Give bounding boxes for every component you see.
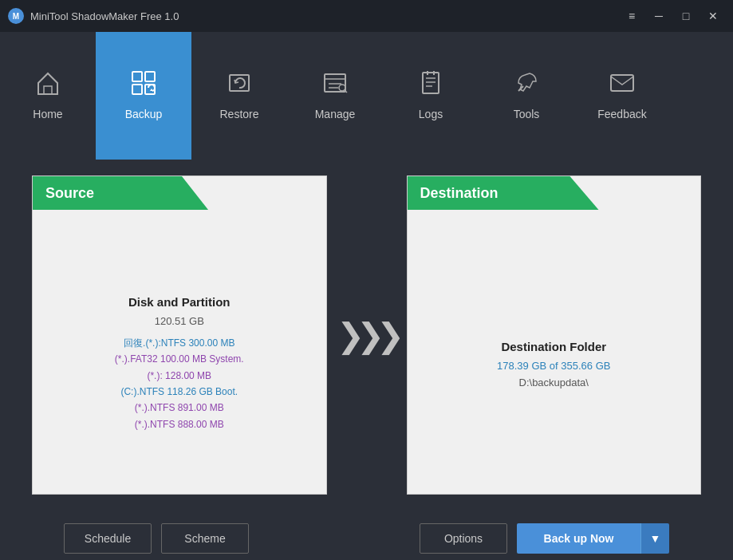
nav-label-logs: Logs — [419, 108, 443, 120]
nav-label-home: Home — [33, 108, 62, 120]
svg-rect-2 — [44, 86, 52, 94]
nav-label-tools: Tools — [514, 108, 540, 120]
source-panel[interactable]: Source Disk and Partition 120.51 GB 回復.(… — [32, 175, 327, 495]
main-content: Source Disk and Partition 120.51 GB 回復.(… — [0, 160, 733, 560]
bottom-bar: Schedule Scheme Options Back up Now ▼ — [32, 511, 701, 560]
nav-item-manage[interactable]: Manage — [287, 32, 383, 160]
menu-button[interactable]: ≡ — [620, 6, 644, 26]
nav-label-feedback: Feedback — [597, 108, 646, 120]
nav-label-manage: Manage — [315, 108, 356, 120]
nav-item-home[interactable]: Home — [0, 32, 96, 160]
nav-label-backup: Backup — [125, 108, 163, 120]
destination-header: Destination — [408, 176, 599, 210]
window-controls: ≡ ─ □ ✕ — [620, 6, 725, 26]
destination-body: Destination Folder 178.39 GB of 355.66 G… — [408, 210, 701, 494]
manage-icon — [321, 69, 349, 101]
minimize-button[interactable]: ─ — [647, 6, 671, 26]
bottom-right: Options Back up Now ▼ — [420, 523, 669, 554]
partition-2: (*.): 128.00 MB — [115, 368, 244, 384]
panels-row: Source Disk and Partition 120.51 GB 回復.(… — [32, 175, 701, 495]
arrow-chevrons: ❯❯❯ — [337, 316, 396, 355]
svg-text:M: M — [13, 12, 19, 21]
scheme-button[interactable]: Scheme — [161, 523, 249, 554]
restore-icon — [225, 69, 254, 101]
source-header: Source — [33, 176, 208, 210]
home-icon — [33, 69, 62, 101]
backup-button-group: Back up Now ▼ — [517, 523, 669, 554]
title-bar-left: M MiniTool ShadowMaker Free 1.0 — [8, 8, 179, 24]
schedule-button[interactable]: Schedule — [64, 523, 152, 554]
source-header-text: Source — [45, 185, 94, 202]
app-icon: M — [8, 8, 24, 24]
backup-now-button[interactable]: Back up Now — [517, 523, 640, 554]
close-button[interactable]: ✕ — [701, 6, 725, 26]
arrow-area: ❯❯❯ — [327, 316, 407, 355]
svg-point-12 — [339, 85, 345, 91]
partition-0: 回復.(*.):NTFS 300.00 MB — [115, 335, 244, 351]
svg-rect-4 — [145, 72, 155, 81]
nav-item-tools[interactable]: Tools — [479, 32, 574, 160]
partition-1: (*.).FAT32 100.00 MB System. — [115, 351, 244, 367]
nav-item-backup[interactable]: Backup — [96, 32, 191, 160]
feedback-icon — [608, 69, 636, 101]
source-body: Disk and Partition 120.51 GB 回復.(*.):NTF… — [33, 210, 326, 494]
source-partitions: 回復.(*.):NTFS 300.00 MB (*.).FAT32 100.00… — [115, 335, 244, 432]
tools-icon — [512, 69, 541, 101]
nav-item-logs[interactable]: Logs — [383, 32, 479, 160]
app-title: MiniTool ShadowMaker Free 1.0 — [30, 10, 179, 22]
maximize-button[interactable]: □ — [674, 6, 698, 26]
nav-label-restore: Restore — [219, 108, 258, 120]
destination-title: Destination Folder — [501, 340, 606, 353]
title-bar: M MiniTool ShadowMaker Free 1.0 ≡ ─ □ ✕ — [0, 0, 733, 32]
svg-rect-5 — [132, 85, 142, 94]
partition-4: (*.).NTFS 891.00 MB — [115, 400, 244, 416]
backup-icon — [129, 69, 158, 101]
backup-dropdown-button[interactable]: ▼ — [640, 523, 669, 554]
nav-item-feedback[interactable]: Feedback — [574, 32, 670, 160]
svg-rect-8 — [325, 74, 345, 92]
options-button[interactable]: Options — [420, 523, 507, 554]
bottom-left: Schedule Scheme — [64, 523, 249, 554]
destination-size: 178.39 GB of 355.66 GB — [497, 360, 610, 372]
source-size: 120.51 GB — [155, 315, 204, 327]
destination-path: D:\backupdata\ — [519, 377, 589, 388]
nav-bar: Home Backup Restore — [0, 32, 733, 160]
svg-rect-14 — [423, 73, 439, 93]
destination-header-text: Destination — [420, 185, 499, 202]
svg-rect-3 — [132, 72, 142, 81]
source-body-title: Disk and Partition — [128, 295, 231, 309]
partition-5: (*.).NTFS 888.00 MB — [115, 416, 244, 432]
logs-icon — [416, 69, 445, 101]
svg-rect-21 — [611, 75, 633, 91]
nav-item-restore[interactable]: Restore — [191, 32, 287, 160]
destination-panel[interactable]: Destination Destination Folder 178.39 GB… — [407, 175, 702, 495]
partition-3: (C:).NTFS 118.26 GB Boot. — [115, 384, 244, 400]
